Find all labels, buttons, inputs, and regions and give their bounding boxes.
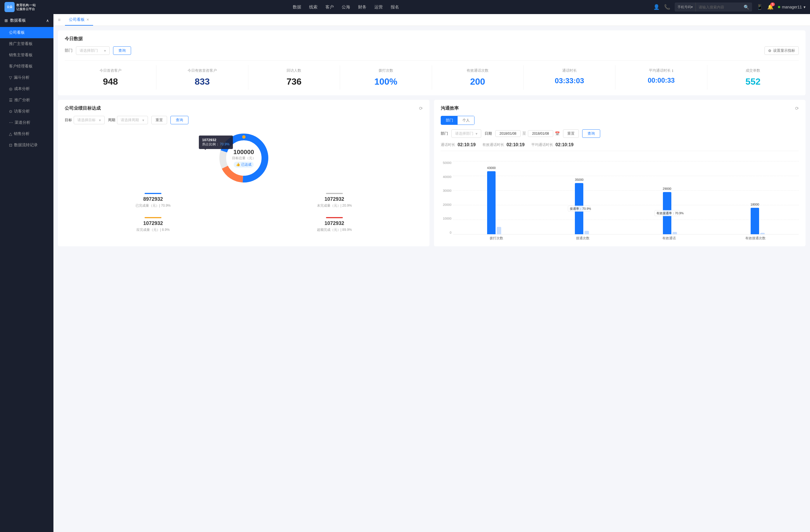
donut-chart-container: 1072932 所占比例： 70.9% xyxy=(65,130,423,186)
sidebar-item-visitor[interactable]: ⊙ 访客分析 xyxy=(0,106,53,117)
stat-value-avg-dur: 00:00:33 xyxy=(618,77,704,84)
search-bar: 手机号码 ▾ 🔍 xyxy=(675,2,752,12)
y-axis: 50000 40000 30000 20000 10000 0 xyxy=(441,161,453,234)
tab-menu-toggle[interactable]: ≡ xyxy=(58,17,61,22)
sidebar-section-dashboard: ⊞ 数据看板 ∧ 公司看板 推广主管看板 销售主管看板 客户经理看板 ▽ 漏斗分… xyxy=(0,14,53,151)
settings-display-button[interactable]: ⚙ 设置显示指标 xyxy=(764,46,799,55)
comm-efficiency-panel: 沟通效率 ⟳ 部门 个人 部门 请选择部门 ▾ 日期 2018/01/08 xyxy=(434,100,806,246)
target-filter-row: 目标 请选择目标 ▾ 周期 请选择周期 ▾ 重置 查询 xyxy=(65,116,423,124)
comm-tab-dept[interactable]: 部门 xyxy=(441,116,458,124)
y-label-0: 0 xyxy=(441,231,451,234)
stats-row: 今日首咨客户 948 今日有效首咨客户 833 回访人数 736 拨打次数 10… xyxy=(65,61,799,90)
tab-company-dashboard[interactable]: 公司看板 ✕ xyxy=(65,14,93,26)
nav-finance[interactable]: 财务 xyxy=(358,3,367,11)
nav-customer[interactable]: 客户 xyxy=(325,3,334,11)
sidebar-item-channel[interactable]: ⋯ 渠道分析 xyxy=(0,117,53,128)
sales-icon: △ xyxy=(9,132,12,136)
sidebar-item-company[interactable]: 公司看板 xyxy=(0,27,53,38)
bars-row: 43000 35000 xyxy=(453,161,799,234)
target-query-button[interactable]: 查询 xyxy=(171,116,189,124)
bar-dial-secondary xyxy=(497,227,501,234)
phone-icon[interactable]: 📞 xyxy=(664,4,670,10)
stat-dial-count: 拨打次数 100% xyxy=(340,65,432,90)
logo-icon: 云朵 xyxy=(4,2,15,12)
stat-over-complete: 1072932 超额完成（元）| 89.9% xyxy=(246,215,423,234)
comm-stat-duration: 通话时长 02:10:19 xyxy=(441,142,475,147)
comm-query-button[interactable]: 查询 xyxy=(582,129,600,138)
stat-value-833: 833 xyxy=(159,77,245,87)
sidebar-item-sales-manager[interactable]: 销售主管看板 xyxy=(0,49,53,61)
date-to[interactable]: 2018/01/08 xyxy=(528,130,553,137)
nav-ops[interactable]: 运营 xyxy=(374,3,383,11)
tablet-icon[interactable]: 📱 xyxy=(757,4,763,10)
notification-badge: 5 xyxy=(770,2,775,6)
sidebar-section-header[interactable]: ⊞ 数据看板 ∧ xyxy=(0,14,53,27)
nav-data[interactable]: 数据 xyxy=(293,3,301,11)
comm-tabs: 部门 个人 xyxy=(441,116,474,125)
target-filter-item: 目标 请选择目标 ▾ xyxy=(65,116,104,124)
business-title: 公司业绩目标达成 xyxy=(65,105,101,111)
svg-point-3 xyxy=(242,135,245,139)
bar-label-43000: 43000 xyxy=(487,166,496,169)
user-info[interactable]: manager11 ▾ xyxy=(778,5,806,9)
bar-effective-main: 29000 有效接通率：70.9% xyxy=(663,192,671,234)
dept-select[interactable]: 请选择部门 ▾ xyxy=(76,46,110,55)
bar-group-connect: 35000 接通率：70.9% xyxy=(541,161,623,234)
sidebar-item-sales[interactable]: △ 销售分析 xyxy=(0,128,53,139)
nav-signup[interactable]: 报名 xyxy=(391,3,399,11)
search-button[interactable]: 🔍 xyxy=(741,2,752,12)
stat-first-consult: 今日首咨客户 948 xyxy=(65,65,156,90)
calendar-icon[interactable]: 📅 xyxy=(555,131,560,136)
bar-43000 xyxy=(487,171,496,234)
search-input[interactable] xyxy=(696,2,741,12)
x-label-dial: 拨打次数 xyxy=(453,236,539,241)
person-icon[interactable]: 👤 xyxy=(653,4,660,10)
tab-close-icon[interactable]: ✕ xyxy=(86,18,89,22)
period-select[interactable]: 请选择周期 ▾ xyxy=(117,116,148,124)
donut-tooltip: 1072932 所占比例： 70.9% xyxy=(199,135,233,149)
chevron-down-icon: ▾ xyxy=(691,5,693,9)
sidebar-item-flow[interactable]: ⊡ 数据流转记录 xyxy=(0,139,53,151)
completed-bar xyxy=(145,193,161,194)
bell-icon[interactable]: 🔔 5 xyxy=(767,4,774,10)
nav-leads[interactable]: 线索 xyxy=(309,3,318,11)
should-complete-bar xyxy=(145,217,161,218)
sidebar-item-customer-manager[interactable]: 客户经理看板 xyxy=(0,61,53,72)
stat-value-736: 736 xyxy=(250,77,338,87)
bar-effective-connect-main: 18000 xyxy=(751,208,759,234)
sidebar-item-promo[interactable]: ☰ 推广分析 xyxy=(0,95,53,106)
app-layout: ⊞ 数据看板 ∧ 公司看板 推广主管看板 销售主管看板 客户经理看板 ▽ 漏斗分… xyxy=(0,14,810,532)
stat-should-complete: 1072932 应完成量（元）| 8.9% xyxy=(65,215,242,234)
main-content: ≡ 公司看板 ✕ 今日数据 部门 请选择部门 ▾ 查询 ⚙ xyxy=(53,14,810,532)
today-filter-left: 部门 请选择部门 ▾ 查询 xyxy=(65,46,131,55)
date-from[interactable]: 2018/01/08 xyxy=(495,130,521,137)
comm-refresh-icon[interactable]: ⟳ xyxy=(795,106,799,111)
top-nav: 云朵 教育机构·一站 让服务云平台 数据 线索 客户 公海 财务 运营 报名 👤… xyxy=(0,0,810,14)
stat-effective-consult: 今日有效首咨客户 833 xyxy=(156,65,248,90)
comm-stat-effective-duration: 有效通话时长 02:10:19 xyxy=(482,142,524,147)
target-select[interactable]: 请选择目标 ▾ xyxy=(74,116,104,124)
y-label-10000: 10000 xyxy=(441,217,451,220)
search-type-selector[interactable]: 手机号码 ▾ xyxy=(675,2,696,12)
donut-chart: 1072932 所占比例： 70.9% xyxy=(216,130,272,186)
stat-avg-duration: 平均通话时长 ℹ 00:00:33 xyxy=(615,65,707,90)
date-range: 2018/01/08 至 2018/01/08 📅 xyxy=(495,130,560,137)
sidebar-item-funnel[interactable]: ▽ 漏斗分析 xyxy=(0,72,53,83)
today-query-button[interactable]: 查询 xyxy=(113,46,131,55)
sidebar-item-cost[interactable]: ◎ 成本分析 xyxy=(0,83,53,95)
sidebar-item-promo-manager[interactable]: 推广主管看板 xyxy=(0,38,53,49)
stat-value-552: 552 xyxy=(710,77,796,87)
target-reset-button[interactable]: 重置 xyxy=(151,116,167,124)
refresh-icon[interactable]: ⟳ xyxy=(419,106,423,111)
stat-value-100pct: 100% xyxy=(342,77,429,87)
info-icon: ℹ xyxy=(672,69,673,73)
bar-chart-wrapper: 50000 40000 30000 20000 10000 0 xyxy=(441,155,799,241)
dept-label: 部门 xyxy=(65,48,72,53)
nav-sea[interactable]: 公海 xyxy=(342,3,350,11)
bar-35000: 接通率：70.9% xyxy=(575,183,583,234)
comm-tab-person[interactable]: 个人 xyxy=(458,116,474,124)
donut-center: 100000 目标总量（元） 👍 已达成 xyxy=(232,148,256,168)
comm-dept-select[interactable]: 请选择部门 ▾ xyxy=(451,129,481,138)
logo: 云朵 教育机构·一站 让服务云平台 xyxy=(4,2,38,12)
comm-reset-button[interactable]: 重置 xyxy=(563,129,579,138)
